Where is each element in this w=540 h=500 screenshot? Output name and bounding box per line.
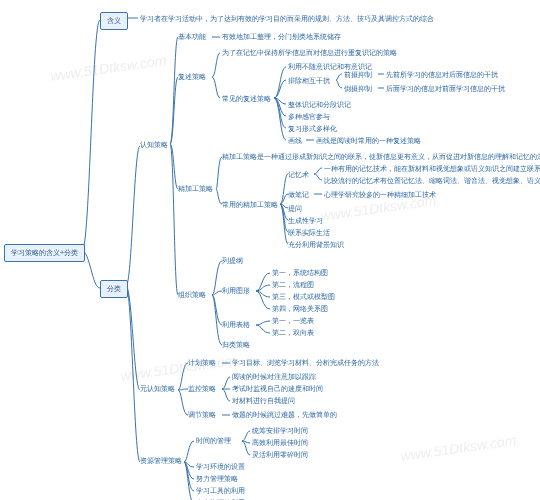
node-rehearsal: 复述策略 <box>178 72 206 82</box>
leaf-fs2bt: 后面学习的信息对前面学习信息的干扰 <box>386 84 505 94</box>
text-meaning: 学习者在学习活动中，为了达到有效的学习目的而采用的规则、方法、技巧及其调控方式的… <box>140 14 434 24</box>
leaf-zy1a: 统筹安排学习时间 <box>252 426 308 436</box>
leaf-jj4: 生成性学习 <box>288 216 323 226</box>
node-cognitive: 认知策略 <box>140 140 168 150</box>
leaf-zz2: 利用图形 <box>222 286 250 296</box>
leaf-zz4: 归类策略 <box>222 340 250 350</box>
node-basic: 基本功能 <box>178 32 206 42</box>
leaf-fs2at: 先前所学习的信息对后面信息的干扰 <box>386 70 498 80</box>
node-adjust: 调节策略 <box>188 410 216 420</box>
node-organize: 组织策略 <box>178 290 206 300</box>
node-plan: 计划策略 <box>188 358 216 368</box>
leaf-jj1a: 比较流行的记忆术有位置记忆法、缩略词法、谐音法、视觉想象、语义联想、关键词法 <box>324 176 540 186</box>
leaf-jj1: 记忆术 <box>288 170 309 180</box>
leaf-zy2: 学习环境的设置 <box>196 462 245 472</box>
leaf-fs6: 画线 <box>288 136 302 146</box>
text-plan: 学习目标、浏览学习材料、分析完成任务的方法 <box>232 358 379 368</box>
leaf-fs5: 复习形式多样化 <box>288 124 337 134</box>
leaf-zy3: 努力管理策略 <box>196 474 238 484</box>
leaf-jkb: 考试时监视自己的速度和时间 <box>232 384 323 394</box>
leaf-fs2: 排除相互干扰 <box>288 76 330 86</box>
text-adjust: 做题的时候跳过难题，先做简单的 <box>232 410 337 420</box>
leaf-zz2c: 第三，模式或模型图 <box>272 292 335 302</box>
node-monitor: 监控策略 <box>188 384 216 394</box>
leaf-zy1b: 高效利用最佳时间 <box>252 438 308 448</box>
leaf-zz3a: 第一，一览表 <box>272 316 314 326</box>
leaf-zz3: 利用表格 <box>222 320 250 330</box>
text-rehearsal: 为了在记忆中保持所学信息而对信息进行重复识记的策略 <box>222 48 397 58</box>
node-elaboration-common: 常用的精加工策略 <box>222 200 278 210</box>
text-basic: 有效地加工整理，分门别类地系统储存 <box>222 32 341 42</box>
root-node: 学习策略的含义+分类 <box>4 244 85 262</box>
text-elaboration: 精加工策略是一种通过形成新知识之间的联系，使新信息更有意义，从而促进对新信息的理… <box>222 152 540 162</box>
node-resource: 资源管理策略 <box>140 456 182 466</box>
node-metacog: 元认知策略 <box>140 384 175 394</box>
leaf-zz3b: 第二，双向表 <box>272 328 314 338</box>
leaf-jj2t: 心理学研究较多的一种精细加工技术 <box>324 190 436 200</box>
leaf-jj5: 联系实际生活 <box>288 228 330 238</box>
node-rehearsal-common: 常见的复述策略 <box>222 94 271 104</box>
leaf-jj2: 做笔记 <box>288 190 309 200</box>
leaf-zz2b: 第二，流程图 <box>272 280 314 290</box>
leaf-jj1t: 一种有用的记忆技术，能在新材料和视觉想象或语义知识之间建立联系 <box>324 164 540 174</box>
leaf-zz1: 列提纲 <box>222 256 243 266</box>
leaf-zy4: 学习工具的利用 <box>196 486 245 496</box>
leaf-jka: 阅读的时候对注意加以跟踪 <box>232 372 316 382</box>
leaf-jj3: 提问 <box>288 204 302 214</box>
leaf-zy1c: 灵活利用零碎时间 <box>252 450 308 460</box>
leaf-zy1: 时间的管理 <box>196 436 231 446</box>
leaf-zz2d: 第四，网络关系图 <box>272 304 328 314</box>
leaf-jkc: 对材料进行自我提问 <box>232 396 295 406</box>
leaf-fs2b: 倒摄抑制 <box>344 84 372 94</box>
leaf-fs6t: 画线是阅读时常用的一种复述策略 <box>316 136 421 146</box>
node-meaning: 含义 <box>100 12 128 30</box>
node-elaboration: 精加工策略 <box>178 184 213 194</box>
node-classify: 分类 <box>100 280 128 298</box>
leaf-fs3: 整体识记和分段识记 <box>288 100 351 110</box>
leaf-jj6: 充分利用背景知识 <box>288 240 344 250</box>
leaf-zz2a: 第一，系统结构图 <box>272 268 328 278</box>
leaf-fs2a: 前摄抑制 <box>344 70 372 80</box>
leaf-fs4: 多种感官参与 <box>288 112 330 122</box>
